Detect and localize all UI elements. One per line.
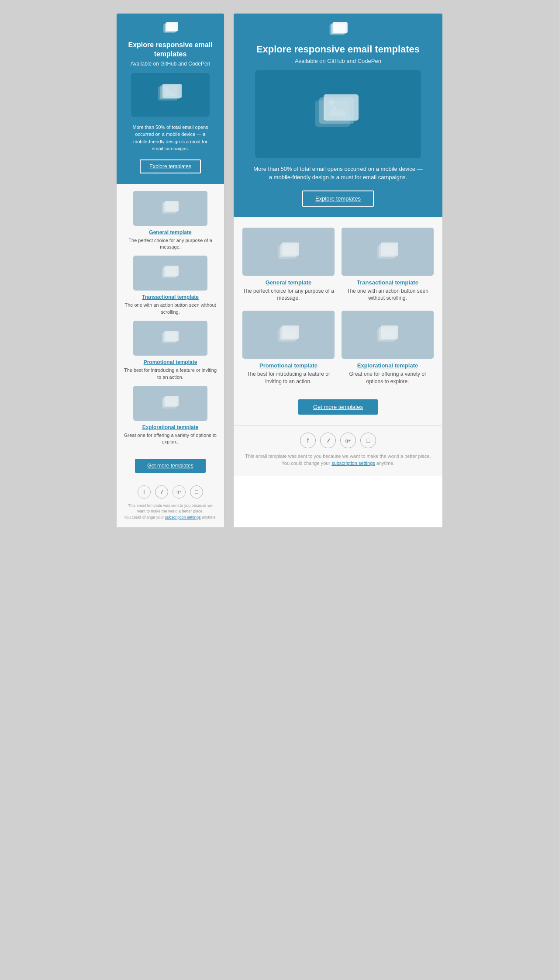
- narrow-explore-button[interactable]: Explore templates: [140, 159, 201, 173]
- narrow-twitter-icon[interactable]: 𝓉: [155, 485, 168, 499]
- narrow-template-explorational: Explorational template Great one for off…: [124, 386, 217, 446]
- wide-explorational-name[interactable]: Explorational template: [342, 362, 434, 369]
- wide-twitter-icon[interactable]: 𝓉: [320, 433, 336, 448]
- narrow-thumb-promotional: [133, 321, 207, 356]
- wide-templates-section: General template The perfect choice for …: [234, 217, 442, 396]
- hero-icon-wide: [242, 22, 434, 39]
- narrow-hero-image: [131, 73, 210, 117]
- narrow-thumb-explorational: [133, 386, 207, 421]
- wide-social-icons: f 𝓉 g+ □: [242, 433, 434, 448]
- wide-hero-subtitle: Available on GitHub and CodePen: [242, 58, 434, 64]
- wide-thumb-explorational: [342, 311, 434, 359]
- narrow-thumb-transactional: [133, 256, 207, 291]
- narrow-transactional-desc: The one with an action button seen witho…: [124, 302, 217, 315]
- svg-point-19: [167, 333, 169, 335]
- wide-templates-grid: General template The perfect choice for …: [242, 228, 434, 385]
- narrow-transactional-name[interactable]: Transactional template: [124, 294, 217, 300]
- wide-template-explorational: Explorational template Great one for off…: [342, 311, 434, 385]
- narrow-subscription-link[interactable]: subscription settings: [165, 515, 201, 519]
- narrow-promotional-desc: The best for introducing a feature or in…: [124, 367, 217, 381]
- narrow-general-name[interactable]: General template: [124, 229, 217, 235]
- svg-point-35: [284, 245, 287, 248]
- narrow-template-general: General template The perfect choice for …: [124, 191, 217, 251]
- svg-point-47: [383, 328, 386, 331]
- wide-googleplus-icon[interactable]: g+: [340, 433, 356, 448]
- wide-promotional-desc: The best for introducing a feature or in…: [242, 371, 335, 385]
- wide-hero: Explore responsive email templates Avail…: [234, 14, 442, 217]
- wide-subscription-link[interactable]: subscription settings: [331, 461, 375, 466]
- narrow-facebook-icon[interactable]: f: [138, 485, 151, 499]
- narrow-social-icons: f 𝓉 g+ □: [124, 485, 217, 499]
- narrow-thumb-general: [133, 191, 207, 226]
- narrow-template-transactional: Transactional template The one with an a…: [124, 256, 217, 315]
- wide-hero-title: Explore responsive email templates: [242, 43, 434, 56]
- svg-point-15: [167, 268, 169, 270]
- narrow-hero: Explore responsive email templates Avail…: [117, 14, 224, 184]
- wide-hero-body: More than 50% of total email opens occur…: [242, 165, 434, 182]
- narrow-email-card: Explore responsive email templates Avail…: [116, 13, 224, 528]
- wide-get-more-section: Get more templates: [234, 396, 442, 425]
- wide-email-card: Explore responsive email templates Avail…: [233, 13, 443, 528]
- narrow-templates-section: General template The perfect choice for …: [117, 184, 224, 453]
- wide-template-promotional: Promotional template The best for introd…: [242, 311, 335, 385]
- svg-point-39: [383, 245, 386, 248]
- narrow-templates-grid: General template The perfect choice for …: [124, 191, 217, 446]
- svg-point-27: [335, 25, 337, 28]
- wide-footer: f 𝓉 g+ □ This email template was sent to…: [234, 425, 442, 476]
- narrow-explorational-name[interactable]: Explorational template: [124, 424, 217, 430]
- wide-template-general: General template The perfect choice for …: [242, 228, 335, 302]
- wide-hero-image: [255, 70, 421, 158]
- svg-point-43: [284, 328, 287, 331]
- narrow-googleplus-icon[interactable]: g+: [173, 485, 186, 499]
- wide-facebook-icon[interactable]: f: [300, 433, 316, 448]
- wide-get-more-button[interactable]: Get more templates: [298, 399, 378, 415]
- narrow-template-promotional: Promotional template The best for introd…: [124, 321, 217, 381]
- wide-instagram-icon[interactable]: □: [360, 433, 376, 448]
- hero-icon-narrow: [125, 22, 215, 36]
- wide-footer-text: This email template was sent to you beca…: [242, 453, 434, 467]
- svg-point-31: [329, 100, 334, 105]
- narrow-hero-body: More than 50% of total email opens occur…: [125, 124, 215, 152]
- wide-thumb-promotional: [242, 311, 335, 359]
- narrow-hero-title: Explore responsive email templates: [125, 41, 215, 59]
- wide-thumb-transactional: [342, 228, 434, 276]
- wide-transactional-desc: The one with an action button seen witho…: [342, 287, 434, 302]
- narrow-get-more-button[interactable]: Get more templates: [135, 459, 205, 473]
- svg-point-7: [166, 87, 169, 90]
- wide-promotional-name[interactable]: Promotional template: [242, 362, 335, 369]
- svg-point-23: [167, 398, 169, 400]
- wide-thumb-general: [242, 228, 335, 276]
- narrow-hero-subtitle: Available on GitHub and CodePen: [125, 61, 215, 67]
- wide-explore-button[interactable]: Explore templates: [302, 190, 374, 207]
- svg-point-11: [167, 203, 169, 205]
- narrow-instagram-icon[interactable]: □: [190, 485, 203, 499]
- svg-point-3: [168, 25, 169, 27]
- wide-explorational-desc: Great one for offering a variety of opti…: [342, 371, 434, 385]
- narrow-promotional-name[interactable]: Promotional template: [124, 359, 217, 365]
- narrow-get-more-section: Get more templates: [117, 453, 224, 480]
- narrow-footer-text: This email template was sent to you beca…: [124, 503, 217, 521]
- narrow-explorational-desc: Great one for offering a variety of opti…: [124, 432, 217, 446]
- wide-general-name[interactable]: General template: [242, 279, 335, 286]
- narrow-footer: f 𝓉 g+ □ This email template was sent to…: [117, 480, 224, 528]
- wide-template-transactional: Transactional template The one with an a…: [342, 228, 434, 302]
- svg-rect-30: [324, 94, 359, 121]
- wide-transactional-name[interactable]: Transactional template: [342, 279, 434, 286]
- narrow-general-desc: The perfect choice for any purpose of a …: [124, 237, 217, 251]
- wide-general-desc: The perfect choice for any purpose of a …: [242, 287, 335, 302]
